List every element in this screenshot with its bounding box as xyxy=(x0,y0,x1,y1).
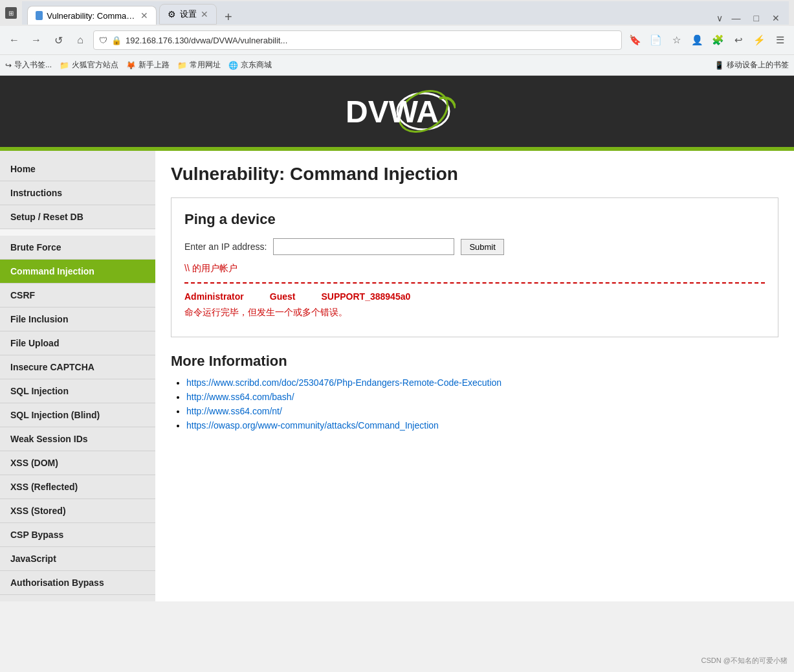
link-list: https://www.scribd.com/doc/2530476/Php-E… xyxy=(171,377,778,431)
sidebar-item-xss-stored[interactable]: XSS (Stored) xyxy=(0,499,155,523)
result-line2: 命令运行完毕，但发生一个或多个错误。 xyxy=(184,307,765,319)
more-info-title: More Information xyxy=(171,353,778,370)
address-bar-row: ← → ↺ ⌂ 🛡 🔒 192.168.176.130/dvwa/DVWA/vu… xyxy=(0,26,794,54)
link-1[interactable]: https://www.scribd.com/doc/2530476/Php-E… xyxy=(186,377,502,388)
title-bar: ⊞ Vulnerability: Command Inje... ✕ ⚙ 设置 … xyxy=(0,0,794,26)
link-3[interactable]: http://www.ss64.com/nt/ xyxy=(186,406,282,416)
bookmark-common[interactable]: 📁 常用网址 xyxy=(177,60,221,71)
forward-button[interactable]: → xyxy=(27,31,45,49)
sidebar-item-weak-session-ids[interactable]: Weak Session IDs xyxy=(0,427,155,451)
sidebar-item-xss-reflected[interactable]: XSS (Reflected) xyxy=(0,475,155,499)
active-tab[interactable]: Vulnerability: Command Inje... ✕ xyxy=(27,6,157,25)
bookmark-firefox[interactable]: 📁 火狐官方站点 xyxy=(60,60,118,71)
page-body: DVWA Home Instructions Setup / Reset DB … xyxy=(0,76,794,601)
link-4[interactable]: https://owasp.org/www-community/attacks/… xyxy=(186,420,439,431)
sidebar-item-auth-bypass[interactable]: Authorisation Bypass xyxy=(0,571,155,595)
bookmark-firefox-label: 火狐官方站点 xyxy=(72,60,118,71)
undo-icon[interactable]: ↩ xyxy=(729,31,747,49)
bookmarks-icon[interactable]: 🔖 xyxy=(626,31,644,49)
sidebar-item-csp-bypass[interactable]: CSP Bypass xyxy=(0,523,155,547)
sidebar-item-instructions[interactable]: Instructions xyxy=(0,181,155,205)
sidebar-item-command-injection[interactable]: Command Injection xyxy=(0,260,155,284)
list-item: https://www.scribd.com/doc/2530476/Php-E… xyxy=(186,377,778,388)
list-item: http://www.ss64.com/nt/ xyxy=(186,406,778,416)
main-content: Vulnerability: Command Injection Ping a … xyxy=(155,151,794,601)
close-window-button[interactable]: ✕ xyxy=(768,12,784,25)
sidebar-item-file-inclusion[interactable]: File Inclusion xyxy=(0,308,155,331)
refresh-button[interactable]: ↺ xyxy=(49,31,67,49)
list-item: https://owasp.org/www-community/attacks/… xyxy=(186,420,778,431)
tab-dropdown-icon[interactable]: ∨ xyxy=(716,13,723,23)
tab-bar: Vulnerability: Command Inje... ✕ ⚙ 设置 ✕ … xyxy=(22,1,789,25)
bookmark-newuser[interactable]: 🦊 新手上路 xyxy=(126,60,170,71)
newuser-icon: 🦊 xyxy=(126,61,136,70)
common-icon: 📁 xyxy=(177,61,187,70)
more-info-section: More Information https://www.scribd.com/… xyxy=(171,353,778,431)
sidebar-item-xss-dom[interactable]: XSS (DOM) xyxy=(0,451,155,475)
dvwa-logo-svg: DVWA xyxy=(339,89,456,134)
sidebar-item-javascript[interactable]: JavaScript xyxy=(0,547,155,571)
sidebar-divider-1 xyxy=(0,229,155,236)
new-tab-button[interactable]: + xyxy=(219,10,237,25)
sidebar-item-home[interactable]: Home xyxy=(0,157,155,181)
list-item: http://www.ss64.com/bash/ xyxy=(186,392,778,402)
security-shield-icon: 🛡 xyxy=(99,36,107,45)
bookmark-import[interactable]: ↪ 导入书签... xyxy=(5,60,52,71)
bookmark-mobile[interactable]: 📱 移动设备上的书签 xyxy=(714,60,789,71)
bookmark-star-icon[interactable]: ☆ xyxy=(667,31,685,49)
sidebar-item-file-upload[interactable]: File Upload xyxy=(0,331,155,355)
minimize-button[interactable]: — xyxy=(728,12,745,25)
home-button[interactable]: ⌂ xyxy=(71,31,89,49)
svg-text:DVWA: DVWA xyxy=(346,95,439,129)
sidebar-item-brute-force[interactable]: Brute Force xyxy=(0,236,155,260)
reader-view-icon[interactable]: 📄 xyxy=(646,31,665,49)
result-row: Administrator Guest SUPPORT_388945a0 xyxy=(184,291,765,302)
ip-label: Enter an IP address: xyxy=(184,241,267,252)
ping-form-row: Enter an IP address: Submit xyxy=(184,238,765,255)
bookmarks-bar: ↪ 导入书签... 📁 火狐官方站点 🦊 新手上路 📁 常用网址 🌐 京东商城 … xyxy=(0,54,794,75)
error-text-line1: \\ 的用户帐户 xyxy=(184,263,765,274)
page-title: Vulnerability: Command Injection xyxy=(171,164,778,185)
dashed-divider xyxy=(184,282,765,284)
mobile-icon: 📱 xyxy=(714,61,724,70)
close-settings-tab-icon[interactable]: ✕ xyxy=(201,9,208,19)
menu-icon[interactable]: ☰ xyxy=(771,31,789,49)
result-col1: Administrator xyxy=(184,291,244,302)
tab-favicon xyxy=(36,11,43,20)
browser-icon: ⊞ xyxy=(5,7,17,19)
close-tab-icon[interactable]: ✕ xyxy=(140,10,148,21)
settings-tab[interactable]: ⚙ 设置 ✕ xyxy=(159,4,217,25)
settings-gear-icon: ⚙ xyxy=(168,9,176,19)
sidebar-item-setup[interactable]: Setup / Reset DB xyxy=(0,205,155,229)
toolbar-icons: 🔖 📄 ☆ 👤 🧩 ↩ ⚡ ☰ xyxy=(626,31,789,49)
extensions-icon[interactable]: 🧩 xyxy=(709,31,727,49)
sidebar-item-insecure-captcha[interactable]: Insecure CAPTCHA xyxy=(0,355,155,379)
bookmark-mobile-label: 移动设备上的书签 xyxy=(727,60,789,71)
active-tab-title: Vulnerability: Command Inje... xyxy=(47,11,137,21)
dvwa-logo: DVWA xyxy=(339,89,456,134)
bookmark-jd[interactable]: 🌐 京东商城 xyxy=(228,60,272,71)
bookmark-import-label: 导入书签... xyxy=(14,60,52,71)
bookmark-newuser-label: 新手上路 xyxy=(138,60,170,71)
link-2[interactable]: http://www.ss64.com/bash/ xyxy=(186,392,294,402)
bookmark-jd-label: 京东商城 xyxy=(241,60,272,71)
result-col3: SUPPORT_388945a0 xyxy=(321,291,410,302)
profile-icon[interactable]: 👤 xyxy=(688,31,706,49)
maximize-button[interactable]: □ xyxy=(750,12,763,25)
bookmark-common-label: 常用网址 xyxy=(190,60,221,71)
sidebar-item-csrf[interactable]: CSRF xyxy=(0,284,155,308)
sidebar-item-sql-injection[interactable]: SQL Injection xyxy=(0,379,155,403)
back-button[interactable]: ← xyxy=(5,31,23,49)
ping-card: Ping a device Enter an IP address: Submi… xyxy=(171,197,778,337)
ip-input[interactable] xyxy=(273,238,454,255)
address-input[interactable]: 🛡 🔒 192.168.176.130/dvwa/DVWA/vulnerabil… xyxy=(93,30,622,50)
extension2-icon[interactable]: ⚡ xyxy=(750,31,768,49)
content-wrapper: Home Instructions Setup / Reset DB Brute… xyxy=(0,151,794,601)
result-col2: Guest xyxy=(270,291,296,302)
dvwa-header: DVWA xyxy=(0,76,794,147)
ping-card-title: Ping a device xyxy=(184,211,765,228)
url-text: 192.168.176.130/dvwa/DVWA/vulnerabilit..… xyxy=(126,36,616,45)
submit-button[interactable]: Submit xyxy=(461,239,503,255)
jd-icon: 🌐 xyxy=(228,61,238,70)
sidebar-item-sql-injection-blind[interactable]: SQL Injection (Blind) xyxy=(0,403,155,427)
